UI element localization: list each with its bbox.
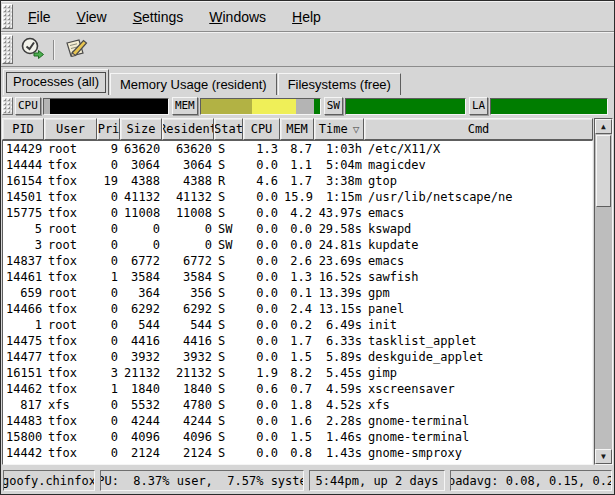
cell-cpu: 0.0 — [244, 317, 281, 333]
cell-pri: 0 — [98, 157, 121, 173]
cell-size: 21132 — [121, 365, 163, 381]
cell-cmd: emacs — [365, 205, 592, 221]
statusbar: goofy.chinfox CPU: 8.37% user, 7.57% sys… — [1, 468, 614, 493]
memory-usage-bar[interactable] — [200, 98, 321, 115]
cell-stat: S — [215, 269, 244, 285]
resource-row-drag-handle[interactable] — [2, 97, 13, 115]
cell-time: 43.97s — [315, 205, 365, 221]
cell-cpu: 0.6 — [244, 381, 281, 397]
column-header-pri[interactable]: Pri — [97, 118, 120, 140]
process-row[interactable]: 1root0544544S0.00.26.49sinit — [3, 317, 592, 333]
menu-file[interactable]: File — [15, 7, 64, 27]
process-row[interactable]: 14483tfox042444244S0.01.62.28sgnome-term… — [3, 413, 592, 429]
column-header-time[interactable]: Time▽ — [314, 118, 364, 140]
cell-pri: 0 — [98, 317, 121, 333]
column-header-mem[interactable]: MEM — [280, 118, 314, 140]
mem-bar-label[interactable]: MEM — [172, 97, 198, 115]
cell-stat: S — [215, 445, 244, 461]
process-row[interactable]: 659root0364356S0.00.113.39sgpm — [3, 285, 592, 301]
edit-note-button[interactable] — [58, 35, 92, 64]
menu-settings[interactable]: Settings — [120, 7, 197, 27]
cell-cmd: gnome-terminal — [365, 413, 592, 429]
bar-segment — [201, 99, 252, 114]
process-row[interactable]: 16154tfox1943884388R4.61.73:38mgtop — [3, 173, 592, 189]
cell-pri: 0 — [98, 349, 121, 365]
process-row[interactable]: 14444tfox030643064S0.01.15:04mmagicdev — [3, 157, 592, 173]
cell-pri: 0 — [98, 285, 121, 301]
swap-usage-bar[interactable] — [345, 98, 466, 115]
cell-pid: 16151 — [3, 365, 45, 381]
cell-cmd: xfs — [365, 397, 592, 413]
cell-stat: S — [215, 301, 244, 317]
process-row[interactable]: 15800tfox040964096S0.01.51.46sgnome-term… — [3, 429, 592, 445]
scrollbar-trough[interactable] — [595, 208, 612, 449]
cell-time: 24.81s — [315, 237, 365, 253]
cpu-usage-bar[interactable] — [43, 98, 169, 115]
cell-time: 3:38m — [315, 173, 365, 189]
process-row[interactable]: 16151tfox32113221132S1.98.25.45sgimp — [3, 365, 592, 381]
scrollbar-thumb[interactable] — [596, 135, 611, 207]
cell-pri: 0 — [98, 397, 121, 413]
la-bar-label[interactable]: LA — [469, 97, 488, 115]
tab-filesystems[interactable]: Filesystems (free) — [278, 73, 401, 95]
cell-size: 41132 — [121, 189, 163, 205]
process-row[interactable]: 14466tfox062926292S0.02.413.15spanel — [3, 301, 592, 317]
process-row[interactable]: 14429root96362063620S1.38.71:03h/etc/X11… — [3, 141, 592, 157]
process-row[interactable]: 817xfs055324780S0.01.84.52sxfs — [3, 397, 592, 413]
tab-processes[interactable]: Processes (all) — [3, 69, 109, 95]
process-row[interactable]: 14837tfox067726772S0.02.623.69semacs — [3, 253, 592, 269]
cell-resident: 4780 — [163, 397, 215, 413]
cell-resident: 544 — [163, 317, 215, 333]
cell-cpu: 0.0 — [244, 413, 281, 429]
cell-time: 1.43s — [315, 445, 365, 461]
tab-memory-usage[interactable]: Memory Usage (resident) — [110, 73, 277, 95]
cell-pid: 14837 — [3, 253, 45, 269]
menu-help[interactable]: Help — [279, 7, 334, 27]
column-header-user[interactable]: User — [44, 118, 97, 140]
loadavg-bar[interactable] — [490, 98, 608, 115]
sw-bar-label[interactable]: SW — [324, 97, 343, 115]
scrollbar-up-arrow-icon[interactable]: ▲ — [595, 119, 612, 134]
cell-pri: 0 — [98, 429, 121, 445]
cell-cmd: gnome-terminal — [365, 429, 592, 445]
process-row[interactable]: 14501tfox04113241132S0.015.91:15m/usr/li… — [3, 189, 592, 205]
column-header-pid[interactable]: PID — [2, 118, 44, 140]
column-header-cmd[interactable]: Cmd — [364, 118, 593, 140]
cell-cpu: 0.0 — [244, 157, 281, 173]
cell-mem: 1.7 — [281, 333, 315, 349]
menu-view[interactable]: View — [64, 7, 120, 27]
cell-stat: S — [215, 397, 244, 413]
menu-items: File View Settings Windows Help — [15, 2, 334, 31]
vertical-scrollbar[interactable]: ▲ ▼ — [594, 118, 613, 465]
cell-size: 0 — [121, 237, 163, 253]
toolbar-drag-handle[interactable] — [2, 35, 13, 64]
column-header-cpu[interactable]: CPU — [243, 118, 280, 140]
menubar-drag-handle[interactable] — [2, 4, 13, 29]
column-header-label: PID — [12, 122, 34, 136]
process-row[interactable]: 14477tfox039323932S0.01.55.89sdeskguide_… — [3, 349, 592, 365]
cell-cpu: 0.0 — [244, 237, 281, 253]
scrollbar-down-arrow-icon[interactable]: ▼ — [595, 449, 612, 464]
process-row[interactable]: 14461tfox135843584S0.01.316.52ssawfish — [3, 269, 592, 285]
timer-run-button[interactable] — [15, 35, 49, 64]
cell-user: tfox — [45, 349, 98, 365]
column-header-resident[interactable]: Resident — [162, 118, 214, 140]
process-row[interactable]: 14442tfox021242124S0.00.81.43sgnome-smpr… — [3, 445, 592, 461]
column-header-stat[interactable]: Stat — [214, 118, 243, 140]
cell-pid: 659 — [3, 285, 45, 301]
cpu-bar-label[interactable]: CPU — [15, 97, 41, 115]
cell-cmd: kswapd — [365, 221, 592, 237]
cell-resident: 11008 — [163, 205, 215, 221]
cell-pid: 14444 — [3, 157, 45, 173]
cell-resident: 6292 — [163, 301, 215, 317]
menu-windows[interactable]: Windows — [196, 7, 279, 27]
cell-mem: 2.4 — [281, 301, 315, 317]
cell-mem: 1.5 — [281, 349, 315, 365]
process-row[interactable]: 14462tfox118401840S0.60.74.59sxscreensav… — [3, 381, 592, 397]
process-row[interactable]: 5root000SW0.00.029.58skswapd — [3, 221, 592, 237]
column-header-size[interactable]: Size — [120, 118, 162, 140]
cell-user: tfox — [45, 157, 98, 173]
process-row[interactable]: 14475tfox044164416S0.01.76.33stasklist_a… — [3, 333, 592, 349]
process-row[interactable]: 15775tfox01100811008S0.04.243.97semacs — [3, 205, 592, 221]
process-row[interactable]: 3root000SW0.00.024.81skupdate — [3, 237, 592, 253]
